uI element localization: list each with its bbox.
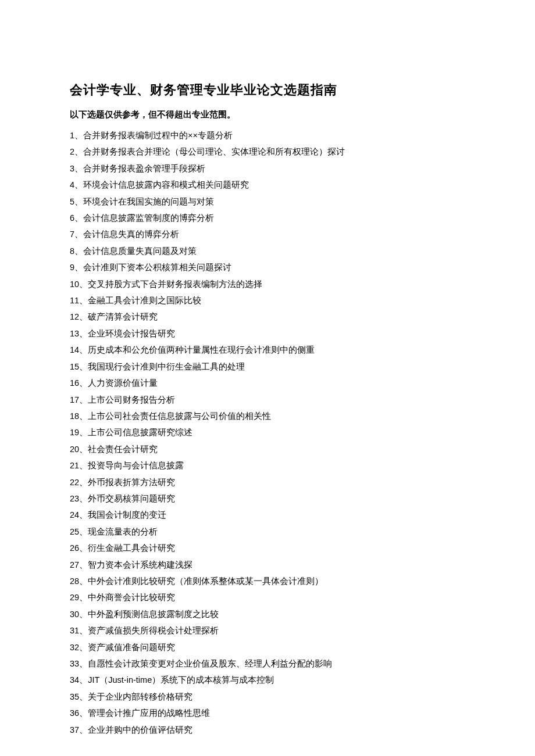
item-separator: 、 <box>74 246 83 256</box>
item-text: 历史成本和公允价值两种计量属性在现行会计准则中的侧重 <box>88 345 315 354</box>
item-text: 自愿性会计政策变更对企业价值及股东、经理人利益分配的影响 <box>88 659 332 668</box>
item-separator: 、 <box>79 478 88 487</box>
item-text: 上市公司社会责任信息披露与公司价值的相关性 <box>88 411 271 421</box>
item-separator: 、 <box>79 675 88 685</box>
list-item: 15、我国现行会计准则中衍生金融工具的处理 <box>70 359 465 375</box>
item-text: 会计信息质量失真问题及对策 <box>83 246 197 256</box>
list-item: 17、上市公司财务报告分析 <box>70 392 465 408</box>
item-separator: 、 <box>79 659 88 668</box>
list-item: 16、人力资源价值计量 <box>70 375 465 391</box>
item-number: 4 <box>70 180 74 189</box>
item-text: 会计信息披露监管制度的博弈分析 <box>83 213 214 223</box>
list-item: 32、资产减值准备问题研究 <box>70 639 465 655</box>
item-number: 35 <box>70 692 79 701</box>
item-separator: 、 <box>79 329 88 338</box>
item-number: 37 <box>70 725 79 734</box>
item-separator: 、 <box>79 610 88 619</box>
item-number: 34 <box>70 675 79 685</box>
list-item: 9、会计准则下资本公积核算相关问题探讨 <box>70 259 465 275</box>
item-separator: 、 <box>74 131 83 140</box>
item-number: 3 <box>70 164 74 173</box>
item-number: 10 <box>70 280 79 289</box>
item-text: 外币报表折算方法研究 <box>88 478 175 487</box>
item-number: 19 <box>70 428 79 437</box>
item-separator: 、 <box>74 147 83 156</box>
item-text: 合并财务报表编制过程中的××专题分析 <box>83 131 233 140</box>
item-number: 18 <box>70 411 79 421</box>
item-text: 上市公司财务报告分析 <box>88 395 175 404</box>
item-separator: 、 <box>79 560 88 569</box>
item-separator: 、 <box>79 725 88 734</box>
list-item: 37、企业并购中的价值评估研究 <box>70 722 465 738</box>
page-title: 会计学专业、财务管理专业毕业论文选题指南 <box>70 81 465 99</box>
list-item: 1、合并财务报表编制过程中的××专题分析 <box>70 127 465 144</box>
list-item: 24、我国会计制度的变迁 <box>70 507 465 523</box>
item-text: 金融工具会计准则之国际比较 <box>88 296 201 305</box>
item-separator: 、 <box>79 510 88 519</box>
list-item: 25、现金流量表的分析 <box>70 524 465 540</box>
item-number: 27 <box>70 560 79 569</box>
item-separator: 、 <box>74 230 83 239</box>
item-number: 31 <box>70 626 79 635</box>
item-text: 现金流量表的分析 <box>88 527 158 536</box>
list-item: 2、合并财务报表合并理论（母公司理论、实体理论和所有权理论）探讨 <box>70 144 465 160</box>
item-number: 22 <box>70 478 79 487</box>
list-item: 18、上市公司社会责任信息披露与公司价值的相关性 <box>70 408 465 424</box>
list-item: 14、历史成本和公允价值两种计量属性在现行会计准则中的侧重 <box>70 342 465 358</box>
item-number: 36 <box>70 708 79 718</box>
item-text: 外币交易核算问题研究 <box>88 494 175 503</box>
item-separator: 、 <box>79 692 88 701</box>
item-separator: 、 <box>79 626 88 635</box>
item-text: 资产减值损失所得税会计处理探析 <box>88 626 219 635</box>
item-text: JIT（Just-in-time）系统下的成本核算与成本控制 <box>88 675 274 685</box>
list-item: 7、会计信息失真的博弈分析 <box>70 226 465 242</box>
item-number: 15 <box>70 362 79 371</box>
item-number: 28 <box>70 576 79 586</box>
item-number: 12 <box>70 312 79 321</box>
list-item: 28、中外会计准则比较研究（准则体系整体或某一具体会计准则） <box>70 573 465 589</box>
list-item: 8、会计信息质量失真问题及对策 <box>70 243 465 259</box>
subtitle: 以下选题仅供参考，但不得超出专业范围。 <box>70 109 465 120</box>
list-item: 36、管理会计推广应用的战略性思维 <box>70 705 465 721</box>
list-item: 26、衍生金融工具会计研究 <box>70 540 465 556</box>
item-text: 中外商誉会计比较研究 <box>88 593 175 602</box>
item-separator: 、 <box>79 395 88 404</box>
item-number: 26 <box>70 543 79 553</box>
item-separator: 、 <box>79 708 88 718</box>
item-text: 投资导向与会计信息披露 <box>88 461 184 470</box>
item-number: 25 <box>70 527 79 536</box>
list-item: 34、JIT（Just-in-time）系统下的成本核算与成本控制 <box>70 672 465 688</box>
item-separator: 、 <box>79 543 88 553</box>
topic-list: 1、合并财务报表编制过程中的××专题分析2、合并财务报表合并理论（母公司理论、实… <box>70 127 465 738</box>
item-separator: 、 <box>79 378 88 388</box>
item-separator: 、 <box>74 263 83 272</box>
item-text: 合并财务报表盈余管理手段探析 <box>83 164 205 173</box>
list-item: 35、关于企业内部转移价格研究 <box>70 689 465 705</box>
item-text: 会计信息失真的博弈分析 <box>83 230 179 239</box>
list-item: 22、外币报表折算方法研究 <box>70 474 465 490</box>
item-separator: 、 <box>74 197 83 206</box>
item-separator: 、 <box>74 180 83 189</box>
item-text: 智力资本会计系统构建浅探 <box>88 560 192 569</box>
item-number: 29 <box>70 593 79 602</box>
item-number: 20 <box>70 445 79 454</box>
list-item: 31、资产减值损失所得税会计处理探析 <box>70 622 465 639</box>
item-separator: 、 <box>79 312 88 321</box>
item-text: 衍生金融工具会计研究 <box>88 543 175 553</box>
item-separator: 、 <box>79 494 88 503</box>
item-number: 1 <box>70 131 74 140</box>
list-item: 4、环境会计信息披露内容和模式相关问题研究 <box>70 177 465 193</box>
item-separator: 、 <box>79 411 88 421</box>
item-number: 21 <box>70 461 79 470</box>
list-item: 23、外币交易核算问题研究 <box>70 490 465 507</box>
item-separator: 、 <box>79 280 88 289</box>
list-item: 27、智力资本会计系统构建浅探 <box>70 557 465 573</box>
list-item: 19、上市公司信息披露研究综述 <box>70 424 465 440</box>
item-text: 社会责任会计研究 <box>88 445 158 454</box>
item-text: 环境会计信息披露内容和模式相关问题研究 <box>83 180 249 189</box>
item-separator: 、 <box>74 164 83 173</box>
item-text: 企业并购中的价值评估研究 <box>88 725 192 734</box>
item-number: 17 <box>70 395 79 404</box>
list-item: 13、企业环境会计报告研究 <box>70 325 465 342</box>
item-text: 中外会计准则比较研究（准则体系整体或某一具体会计准则） <box>88 576 323 586</box>
